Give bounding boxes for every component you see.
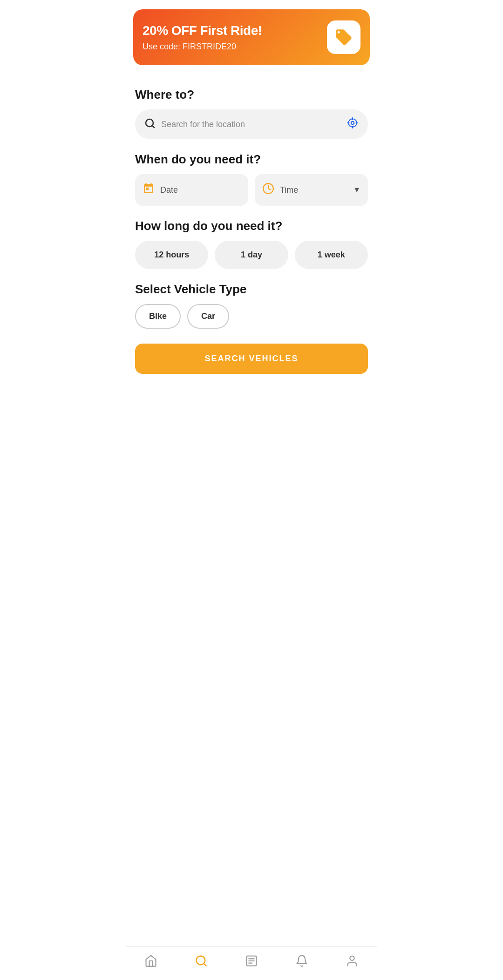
bookings-icon [245, 954, 258, 971]
search-placeholder-text: Search for the location [161, 120, 341, 129]
main-content: Where to? Search for the location [126, 74, 377, 391]
svg-line-10 [204, 963, 206, 966]
vehicle-type-row: Bike Car [135, 304, 368, 329]
datetime-row: Date Time ▼ [135, 174, 368, 206]
date-label: Date [160, 185, 178, 195]
duration-1day[interactable]: 1 day [215, 241, 288, 269]
tag-icon [334, 28, 353, 47]
location-search-bar[interactable]: Search for the location [135, 109, 368, 139]
vehicle-bike[interactable]: Bike [135, 304, 181, 329]
nav-home[interactable] [139, 953, 163, 973]
clock-icon [262, 182, 274, 197]
svg-point-3 [348, 119, 356, 127]
duration-12hours[interactable]: 12 hours [135, 241, 208, 269]
nav-search[interactable] [189, 953, 213, 973]
promo-subtitle: Use code: FIRSTRIDE20 [143, 42, 262, 52]
promo-banner[interactable]: 20% OFF First Ride! Use code: FIRSTRIDE2… [133, 9, 370, 65]
duration-options-row: 12 hours 1 day 1 week [135, 241, 368, 269]
duration-1week[interactable]: 1 week [295, 241, 368, 269]
bottom-navigation [126, 946, 377, 980]
svg-point-2 [351, 122, 354, 125]
svg-point-15 [350, 956, 354, 960]
vehicle-type-title: Select Vehicle Type [135, 282, 368, 297]
when-title: When do you need it? [135, 152, 368, 167]
time-label: Time [280, 185, 298, 195]
calendar-icon [143, 182, 155, 197]
home-icon [144, 954, 157, 971]
nav-bookings[interactable] [239, 953, 264, 973]
search-vehicles-button[interactable]: SEARCH VEHICLES [135, 344, 368, 374]
nav-notifications[interactable] [290, 953, 314, 973]
gps-location-icon[interactable] [347, 117, 359, 132]
nav-profile[interactable] [340, 953, 364, 973]
profile-icon [346, 954, 359, 971]
chevron-down-icon: ▼ [353, 186, 360, 194]
time-picker-button[interactable]: Time ▼ [255, 174, 368, 206]
promo-tag-icon-wrapper [327, 20, 360, 54]
search-icon [144, 118, 156, 131]
where-to-title: Where to? [135, 88, 368, 102]
vehicle-car[interactable]: Car [187, 304, 229, 329]
date-picker-button[interactable]: Date [135, 174, 248, 206]
promo-title: 20% OFF First Ride! [143, 23, 262, 38]
bell-icon [295, 954, 308, 971]
how-long-title: How long do you need it? [135, 219, 368, 233]
search-nav-icon [195, 954, 208, 971]
svg-line-1 [152, 126, 154, 128]
